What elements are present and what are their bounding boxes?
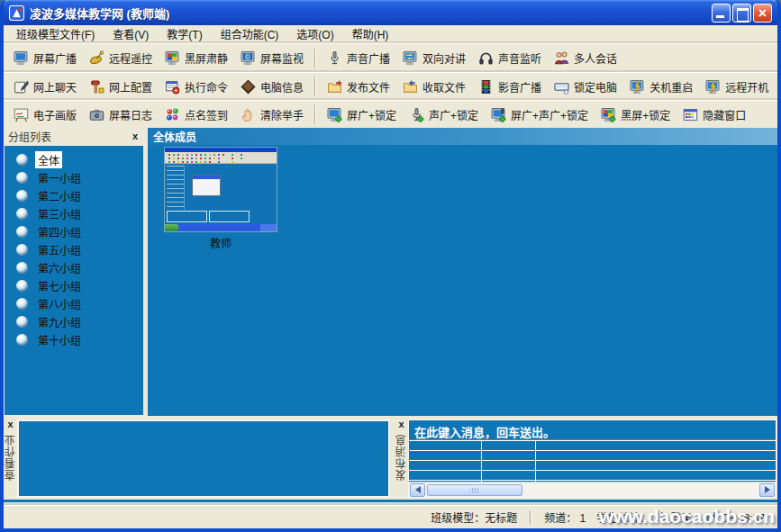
group-list-item[interactable]: 第一小组 bbox=[5, 168, 143, 186]
toolbar-separator bbox=[314, 49, 316, 68]
online-chat-button[interactable]: 网上聊天 bbox=[7, 77, 83, 96]
members-header: 全体成员 bbox=[148, 128, 777, 145]
toolbar-button-label: 屏幕监视 bbox=[260, 50, 304, 66]
toolbar-button-label: 屏广+声广+锁定 bbox=[511, 107, 588, 122]
window-title: 凌波多媒体教学网 (教师端) bbox=[30, 5, 169, 22]
scroll-right-button[interactable] bbox=[759, 483, 775, 497]
status-class-model: 班级模型：无标题 bbox=[425, 509, 522, 525]
app-logo-icon bbox=[9, 5, 24, 21]
menu-item[interactable]: 组合功能(C) bbox=[212, 24, 288, 43]
member-item[interactable]: 教师 bbox=[164, 147, 277, 250]
clear-hands-button[interactable]: 清除举手 bbox=[234, 105, 310, 124]
toolbar-button-label: 清除举手 bbox=[260, 107, 304, 122]
two-way-intercom-button[interactable]: 双向对讲 bbox=[396, 49, 472, 68]
chip-diamond-icon bbox=[241, 79, 256, 95]
hammer-icon bbox=[89, 79, 104, 95]
group-ball-icon bbox=[16, 334, 28, 346]
group-list-item[interactable]: 第三小组 bbox=[5, 204, 143, 222]
screencast-lock-button[interactable]: 屏广+锁定 bbox=[321, 105, 403, 124]
media-broadcast-button[interactable]: 影音广播 bbox=[472, 77, 548, 96]
pc-mic-plus-icon bbox=[491, 107, 506, 122]
colorpc-plus-icon bbox=[601, 107, 616, 122]
menu-item[interactable]: 教学(T) bbox=[158, 24, 211, 43]
remote-control-button[interactable]: 远程遥控 bbox=[83, 49, 159, 68]
voice-monitor-button[interactable]: 声音监听 bbox=[472, 49, 548, 68]
toolbar-button-label: 电脑信息 bbox=[260, 79, 304, 95]
message-close-icon[interactable]: x bbox=[396, 419, 405, 429]
watermark-text: www.daocaobbs.cn bbox=[599, 506, 775, 527]
arrow-right-icon bbox=[765, 486, 770, 493]
status-bar: 班级模型：无标题 频道： 1 学生总计：0人 登录：0人 08:58:37 ww… bbox=[4, 505, 777, 528]
homework-list-box[interactable] bbox=[17, 419, 390, 498]
group-list-item[interactable]: 第二小组 bbox=[5, 186, 143, 204]
roll-call-button[interactable]: 点名签到 bbox=[159, 105, 234, 124]
intercom-icon bbox=[403, 50, 418, 66]
menu-item[interactable]: 选项(O) bbox=[287, 24, 342, 43]
group-list-item[interactable]: 第九小组 bbox=[5, 312, 143, 330]
group-list-header: 分组列表 x bbox=[4, 128, 144, 145]
menu-item[interactable]: 帮助(H) bbox=[343, 24, 398, 43]
group-label: 第三小组 bbox=[35, 205, 84, 222]
toolbar-button-label: 点名签到 bbox=[185, 107, 228, 122]
mini-panel bbox=[167, 211, 207, 222]
group-list-item[interactable]: 第六小组 bbox=[5, 258, 143, 276]
lock-computer-button[interactable]: 锁定电脑 bbox=[548, 77, 623, 96]
pc-bolt-icon bbox=[705, 79, 721, 95]
screen-monitor-button[interactable]: 屏幕监视 bbox=[234, 49, 310, 68]
mini-content bbox=[165, 164, 277, 224]
group-list-item[interactable]: 第五小组 bbox=[5, 240, 143, 258]
toolbar-button-label: 屏广+锁定 bbox=[347, 107, 396, 122]
group-list-item[interactable]: 第八小组 bbox=[5, 294, 143, 312]
send-files-button[interactable]: 发布文件 bbox=[321, 77, 396, 96]
message-grid[interactable] bbox=[409, 441, 776, 482]
group-list-item[interactable]: 第七小组 bbox=[5, 276, 143, 294]
voice-lock-button[interactable]: 声广+锁定 bbox=[403, 105, 485, 124]
whiteboard-icon bbox=[14, 107, 29, 122]
homework-content bbox=[17, 419, 390, 498]
group-list-item[interactable]: 全体 bbox=[5, 150, 143, 168]
voice-broadcast-button[interactable]: 声音广播 bbox=[321, 49, 396, 68]
homework-close-icon[interactable]: x bbox=[5, 419, 14, 429]
menu-item[interactable]: 查看(V) bbox=[104, 24, 158, 43]
group-list-item[interactable]: 第十小组 bbox=[5, 330, 143, 348]
multi-user-chat-button[interactable]: 多人会话 bbox=[548, 49, 623, 68]
group-label: 第六小组 bbox=[35, 259, 84, 276]
remote-poweron-button[interactable]: 远程开机 bbox=[699, 77, 775, 96]
member-screen-thumbnail[interactable] bbox=[164, 147, 277, 232]
shutdown-restart-button[interactable]: 关机重启 bbox=[623, 77, 699, 96]
group-list-item[interactable]: 第四小组 bbox=[5, 222, 143, 240]
folder-out-icon bbox=[327, 79, 342, 95]
computer-info-button[interactable]: 电脑信息 bbox=[234, 77, 310, 96]
e-whiteboard-button[interactable]: 电子画版 bbox=[7, 105, 83, 124]
maximize-button[interactable] bbox=[732, 4, 751, 23]
scroll-left-button[interactable] bbox=[410, 483, 425, 497]
member-name: 教师 bbox=[164, 235, 277, 250]
minimize-button[interactable] bbox=[712, 4, 731, 23]
toolbar-button-label: 黑屏肃静 bbox=[185, 50, 228, 66]
group-ball-icon bbox=[16, 280, 28, 292]
collect-files-button[interactable]: 收取文件 bbox=[396, 77, 472, 96]
menu-item[interactable]: 班级模型文件(F) bbox=[7, 24, 104, 43]
microphone-icon bbox=[327, 50, 342, 66]
toolbar-button-label: 黑屏+锁定 bbox=[621, 107, 670, 122]
group-list-close-icon[interactable]: x bbox=[131, 131, 140, 141]
execute-command-button[interactable]: 执行命令 bbox=[159, 77, 234, 96]
close-button[interactable] bbox=[753, 4, 772, 23]
toolbar-button-label: 屏幕广播 bbox=[33, 50, 77, 66]
command-window-icon bbox=[165, 79, 180, 95]
hide-window-button[interactable]: 隐藏窗口 bbox=[677, 105, 752, 124]
online-config-button[interactable]: 网上配置 bbox=[83, 77, 159, 96]
screen-broadcast-button[interactable]: 屏幕广播 bbox=[7, 49, 83, 68]
group-list-title: 分组列表 bbox=[8, 129, 131, 144]
message-input[interactable]: 在此键入消息，回车送出。 bbox=[409, 420, 776, 439]
screen-voice-lock-button[interactable]: 屏广+声广+锁定 bbox=[485, 105, 595, 124]
horizontal-scrollbar[interactable] bbox=[409, 482, 776, 497]
scrollbar-thumb[interactable] bbox=[427, 484, 522, 496]
toolbar-button-label: 双向对讲 bbox=[422, 50, 466, 66]
toolbar-row-1: 屏幕广播远程遥控黑屏肃静屏幕监视声音广播双向对讲声音监听多人会话 bbox=[4, 43, 777, 72]
blackscreen-lock-button[interactable]: 黑屏+锁定 bbox=[595, 105, 677, 124]
group-ball-icon bbox=[16, 262, 28, 274]
screen-log-button[interactable]: 屏幕日志 bbox=[83, 105, 159, 124]
color-balls-icon bbox=[165, 107, 180, 122]
black-screen-quiet-button[interactable]: 黑屏肃静 bbox=[159, 49, 234, 68]
